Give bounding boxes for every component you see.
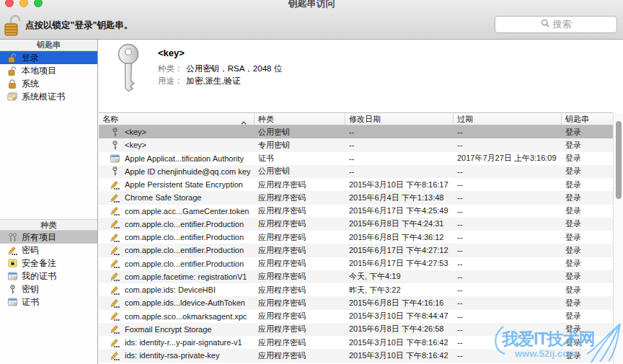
- kind-cell: 应用程序密码: [254, 232, 345, 243]
- pencil-icon: [110, 324, 120, 334]
- sidebar-item-系统[interactable]: 系统: [0, 77, 97, 90]
- pencil-icon: [110, 246, 120, 255]
- scrollbar-thumb[interactable]: [616, 121, 622, 199]
- name-cell: com.apple.sco...okmarksagent.xpc: [99, 311, 254, 321]
- table-row[interactable]: ids: identity-r...y-pair-signature-v1 应用…: [99, 336, 613, 349]
- table-row[interactable]: com.apple.clo...entifier.Production 应用程序…: [99, 257, 613, 270]
- table-row[interactable]: Apple ID chenjinhuide@qq.com key 公用密钥 --…: [99, 165, 613, 178]
- table-row[interactable]: Foxmail Encrypt Storage 应用程序密码 2015年6月8日…: [99, 323, 613, 336]
- cert-icon: [110, 154, 120, 163]
- key-icon: [110, 128, 120, 137]
- sidebar-section-header: 钥匙串: [0, 40, 97, 51]
- sidebar-item-密码[interactable]: 密码: [0, 244, 97, 257]
- name-cell: Apple Persistent State Encryption: [99, 180, 254, 190]
- kind-cell: 应用程序密码: [254, 350, 345, 361]
- key-icon: [110, 141, 120, 150]
- modified-cell: 2015年6月17日 下午4:27:53: [345, 258, 453, 269]
- vertical-scrollbar[interactable]: [613, 113, 623, 364]
- keychain-cell: 登录: [561, 205, 613, 216]
- table-row[interactable]: com.apple.acc...GameCenter.token 应用程序密码 …: [99, 205, 613, 218]
- table-row[interactable]: com.apple.clo...entifier.Production 应用程序…: [99, 218, 613, 231]
- table-row[interactable]: com.apple.sco...okmarksagent.xpc 应用程序密码 …: [99, 310, 613, 323]
- kind-cell: 专用密钥: [254, 140, 345, 151]
- toolbar: 钥匙串访问 点按以锁定"登录"钥匙串。 搜索: [0, 0, 623, 40]
- keychain-cell: 登录: [561, 166, 613, 177]
- table-row[interactable]: com.apple.ids: DeviceHBI 应用程序密码 昨天, 下午3:…: [99, 283, 613, 296]
- sidebar-item-本地项目[interactable]: 本地项目: [0, 64, 97, 77]
- table-row[interactable]: ids: identity-rsa-private-key 应用程序密码 201…: [99, 349, 613, 362]
- sidebar-item-安全备注[interactable]: 安全备注: [0, 257, 97, 270]
- sidebar-item-系统根证书[interactable]: 系统根证书: [0, 90, 97, 103]
- keychain-cell: 登录: [561, 298, 613, 308]
- keychain-cell: 登录: [561, 350, 613, 361]
- table-row[interactable]: Apple Applicat...tification Authority 证书…: [99, 152, 613, 165]
- detail-kind-value: 公用密钥，RSA，2048 位: [186, 64, 282, 73]
- keychain-items-table: <key> 公用密钥 -- -- 登录 <key> 专用密钥 -- -- 登录 …: [99, 125, 613, 364]
- table-row[interactable]: <key> 专用密钥 -- -- 登录: [99, 138, 613, 151]
- cert-icon: [7, 272, 17, 280]
- name-cell: ids: identity-r...y-pair-signature-v1: [99, 338, 254, 347]
- kind-cell: 公用密钥: [254, 127, 345, 138]
- modified-cell: 2015年3月10日 下午8:16:42: [345, 350, 453, 361]
- column-header-modified[interactable]: 修改日期: [345, 113, 453, 125]
- table-row[interactable]: Chrome Safe Storage 应用程序密码 2015年6月4日 下午1…: [99, 191, 613, 204]
- keychain-cell: 登录: [561, 245, 613, 256]
- sidebar-item-密钥[interactable]: 密钥: [0, 283, 97, 296]
- modified-cell: 2015年6月8日 下午4:24:31: [345, 218, 453, 229]
- keychain-cell: 登录: [561, 179, 613, 190]
- kind-cell: 公用密钥: [254, 166, 345, 177]
- kind-cell: 应用程序密码: [254, 258, 345, 269]
- sidebar-item-label: 系统根证书: [22, 91, 65, 103]
- table-row[interactable]: Apple Persistent State Encryption 应用程序密码…: [99, 178, 613, 191]
- name-cell: com.apple.ids: DeviceHBI: [99, 285, 254, 295]
- search-input[interactable]: 搜索: [495, 16, 617, 33]
- kind-cell: 证书: [254, 153, 345, 164]
- name-cell: com.apple.clo...entifier.Production: [99, 233, 254, 242]
- close-window-button[interactable]: [5, 0, 14, 7]
- expires-cell: --: [453, 193, 561, 202]
- minimize-window-button[interactable]: [19, 0, 28, 7]
- traffic-lights: [5, 0, 43, 7]
- column-header-name[interactable]: 名称: [99, 113, 254, 125]
- detail-usage-row: 用途： 加密,派生,验证: [158, 76, 241, 86]
- sidebar-item-登录[interactable]: 登录: [0, 51, 97, 64]
- expires-cell: 2017年7月27日 上午3:16:09: [453, 153, 561, 164]
- expires-cell: --: [453, 338, 561, 347]
- modified-cell: 今天, 下午4:19: [345, 271, 453, 282]
- lock-open-icon[interactable]: [4, 14, 23, 40]
- sidebar-item-我的证书[interactable]: 我的证书: [0, 270, 97, 283]
- table-row[interactable]: com.apple.clo...entifier.Production 应用程序…: [99, 231, 613, 244]
- keychain-cell: 登录: [561, 218, 613, 229]
- column-header-kind[interactable]: 种类: [254, 113, 345, 125]
- name-cell: com.apple.clo...entifier.Production: [99, 219, 254, 228]
- name-cell: com.apple.clo...entifier.Production: [99, 259, 254, 268]
- keychain-access-window: 钥匙串访问 点按以锁定"登录"钥匙串。 搜索 钥匙串登录本地: [0, 0, 623, 364]
- window-title: 钥匙串访问: [0, 0, 623, 10]
- expires-cell: --: [453, 285, 561, 294]
- column-header-keychain[interactable]: 钥匙串: [561, 113, 613, 125]
- expires-cell: --: [453, 167, 561, 176]
- kind-cell: 应用程序密码: [254, 179, 345, 190]
- modified-cell: 2015年6月4日 下午1:13:48: [345, 192, 453, 203]
- detail-kind-label: 种类：: [158, 63, 184, 74]
- pencil-icon: [110, 285, 120, 295]
- table-row[interactable]: com.apple.clo...entifier.Production 应用程序…: [99, 244, 613, 257]
- table-row[interactable]: com.apple.ids...ldevice-AuthToken 应用程序密码…: [99, 296, 613, 309]
- key-large-icon: [110, 43, 146, 97]
- table-row[interactable]: com.apple.facetime: registrationV1 应用程序密…: [99, 270, 613, 283]
- sidebar-item-所有项目[interactable]: 所有项目: [0, 231, 97, 244]
- sidebar-item-证书[interactable]: 证书: [0, 296, 97, 308]
- expires-cell: --: [453, 312, 561, 321]
- name-cell: Apple ID chenjinhuide@qq.com key: [99, 167, 254, 176]
- name-cell: Apple Applicat...tification Authority: [99, 154, 254, 163]
- table-row[interactable]: <key> 公用密钥 -- -- 登录: [99, 125, 613, 138]
- pencil-icon: [110, 180, 120, 190]
- sidebar-spacer: [0, 103, 97, 219]
- keychain-cell: 登录: [561, 127, 613, 138]
- keychain-cell: 登录: [561, 337, 613, 348]
- search-placeholder: 搜索: [553, 18, 572, 31]
- zoom-window-button[interactable]: [34, 0, 43, 7]
- expires-cell: --: [453, 259, 561, 268]
- keychain-cell: 登录: [561, 285, 613, 296]
- column-header-expires[interactable]: 过期: [453, 113, 561, 125]
